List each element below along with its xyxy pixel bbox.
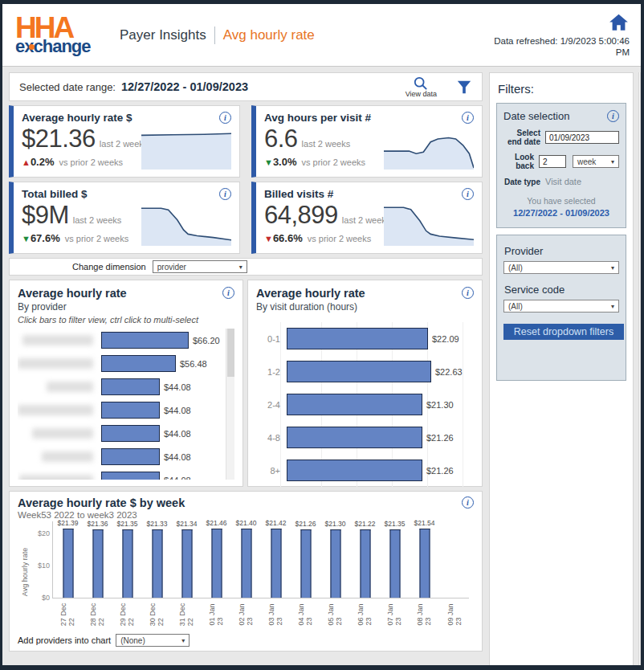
weekly-bar-value-label: $21.26 <box>296 520 316 528</box>
look-back-label: Look back <box>503 153 539 170</box>
duration-bar[interactable] <box>287 460 422 481</box>
delta-down-icon: ▼ <box>22 234 31 243</box>
kpi-period: last 2 weeks <box>302 139 351 149</box>
weekly-bar[interactable] <box>271 529 281 598</box>
x-axis-tick-label: 31 Dec22 <box>178 603 195 627</box>
weekly-bar[interactable] <box>300 529 311 598</box>
kpi-title: Average hourly rate $ <box>22 112 132 124</box>
add-providers-value: (None) <box>120 636 145 645</box>
look-back-unit-value: week <box>577 157 596 166</box>
bar-value-label: $44.08 <box>164 429 191 439</box>
delta-up-icon: ▲ <box>22 157 31 167</box>
x-axis-tick: 06 Jan23 <box>350 599 380 631</box>
chart-subtitle: By visit duration (hours) <box>256 301 474 313</box>
bar-value-label: $44.08 <box>164 406 191 415</box>
weekly-bar[interactable] <box>360 529 370 598</box>
info-icon[interactable]: i <box>222 287 234 299</box>
duration-bar[interactable] <box>287 328 428 349</box>
provider-bar[interactable] <box>101 355 176 372</box>
weekly-bar-slot: $21.34 <box>172 521 202 598</box>
info-icon[interactable]: i <box>462 496 474 509</box>
kpi-value: 6.6 <box>264 125 298 153</box>
weekly-bar[interactable] <box>92 529 103 598</box>
weekly-bar[interactable] <box>330 529 340 598</box>
provider-filter-label: Provider <box>504 245 619 257</box>
filter-funnel-icon[interactable] <box>456 80 472 95</box>
weekly-bar[interactable] <box>389 529 400 598</box>
duration-bar-row: 0-1$22.09 <box>256 322 474 355</box>
weekly-plot: $20$10$0 $21.39$21.36$21.35$21.33$21.34$… <box>52 521 469 599</box>
provider-bar-row: $44.08 <box>18 398 234 422</box>
change-dimension-select[interactable]: provider ▾ <box>153 260 247 273</box>
duration-bars-area: 0-1$22.091-2$22.632-4$21.304-8$21.268+$2… <box>256 322 474 487</box>
date-range-card: Selected date range: 12/27/2022 - 01/09/… <box>9 72 483 101</box>
kpi-title: Total billed $ <box>22 188 88 200</box>
provider-bar[interactable] <box>101 332 189 349</box>
view-data-button[interactable]: View data <box>406 76 437 98</box>
service-code-filter-select[interactable]: (All) ▾ <box>503 300 619 313</box>
reset-dropdown-filters-button[interactable]: Reset dropdown filters <box>503 324 624 340</box>
kpi-compare-label: vs prior 2 weeks <box>302 157 365 167</box>
weekly-bar-slot: $21.39 <box>53 521 83 598</box>
provider-bar[interactable] <box>101 472 160 480</box>
weekly-bar[interactable] <box>63 529 73 598</box>
provider-bar[interactable] <box>101 378 160 395</box>
kpi-value: $9M <box>22 201 69 230</box>
change-dimension-value: provider <box>157 263 186 272</box>
weekly-bar[interactable] <box>241 529 251 598</box>
weekly-bar-slot: $21.33 <box>142 521 172 598</box>
sparkline-chart <box>141 204 231 246</box>
look-back-field[interactable] <box>539 155 566 168</box>
duration-bar[interactable] <box>287 427 422 448</box>
x-axis-tick: 07 Jan23 <box>380 599 410 631</box>
date-selection-box: Date selection i Select end date Look ba… <box>496 103 626 228</box>
service-code-filter-value: (All) <box>508 302 523 311</box>
page-title: Payer Insights <box>120 27 206 43</box>
info-icon[interactable]: i <box>607 110 619 122</box>
provider-bar[interactable] <box>101 425 160 442</box>
weekly-bar[interactable] <box>181 529 192 598</box>
page-title-group: Payer Insights Avg hourly rate <box>120 27 315 44</box>
kpi-value: 64,899 <box>264 201 338 230</box>
x-axis-tick-label: 07 Jan23 <box>386 603 403 625</box>
provider-bar-row: $66.20 <box>18 329 234 352</box>
info-icon[interactable]: i <box>462 188 474 200</box>
weekly-bar[interactable] <box>152 529 162 598</box>
info-icon[interactable]: i <box>219 112 231 124</box>
dropdown-filters-box: Provider (All) ▾ Service code (All) ▾ Re… <box>496 235 626 381</box>
info-icon[interactable]: i <box>462 287 474 299</box>
scrollbar-track[interactable] <box>226 329 234 480</box>
provider-name-zone <box>18 475 101 480</box>
provider-bar-row: $44.08 <box>18 468 234 480</box>
date-range-label: Selected date range: <box>19 81 116 93</box>
weekly-bar[interactable] <box>419 529 430 598</box>
look-back-unit-select[interactable]: week ▾ <box>573 155 619 168</box>
page-scrollbar[interactable] <box>638 72 641 665</box>
home-icon[interactable] <box>608 12 630 33</box>
info-icon[interactable]: i <box>219 188 231 200</box>
weekly-bar[interactable] <box>122 529 132 598</box>
weekly-bar-value-label: $21.42 <box>266 519 287 527</box>
weekly-bar-slot: $21.35 <box>380 521 410 598</box>
end-date-field[interactable] <box>545 131 619 144</box>
mid-charts-row: Average hourly rate i By provider Click … <box>9 280 483 487</box>
info-icon[interactable]: i <box>462 112 474 124</box>
provider-filter-select[interactable]: (All) ▾ <box>503 261 619 274</box>
add-providers-select[interactable]: (None) ▾ <box>116 634 190 647</box>
bar-value-label: $22.63 <box>435 367 463 377</box>
kpi-title: Avg hours per visit # <box>264 112 371 124</box>
scrollbar-thumb[interactable] <box>227 329 234 377</box>
chevron-down-icon: ▾ <box>611 264 614 272</box>
bar-value-label: $56.48 <box>180 359 207 369</box>
kpi-compare-label: vs prior 2 weeks <box>308 234 371 243</box>
duration-bar[interactable] <box>287 394 422 415</box>
duration-bar[interactable] <box>287 361 431 382</box>
hha-exchange-logo: HHA exchange <box>15 15 102 54</box>
provider-bar[interactable] <box>101 448 160 465</box>
provider-bar[interactable] <box>101 402 160 419</box>
weekly-bar[interactable] <box>211 529 222 598</box>
x-axis-tick: 03 Jan23 <box>261 599 291 631</box>
page: HHA exchange Payer Insights Avg hourly r… <box>2 4 641 665</box>
kpi-card-billed-visits: Billed visits # i 64,899 last 2 weeks ▼ … <box>251 182 483 254</box>
x-axis-tick-label: 28 Dec22 <box>88 603 105 627</box>
